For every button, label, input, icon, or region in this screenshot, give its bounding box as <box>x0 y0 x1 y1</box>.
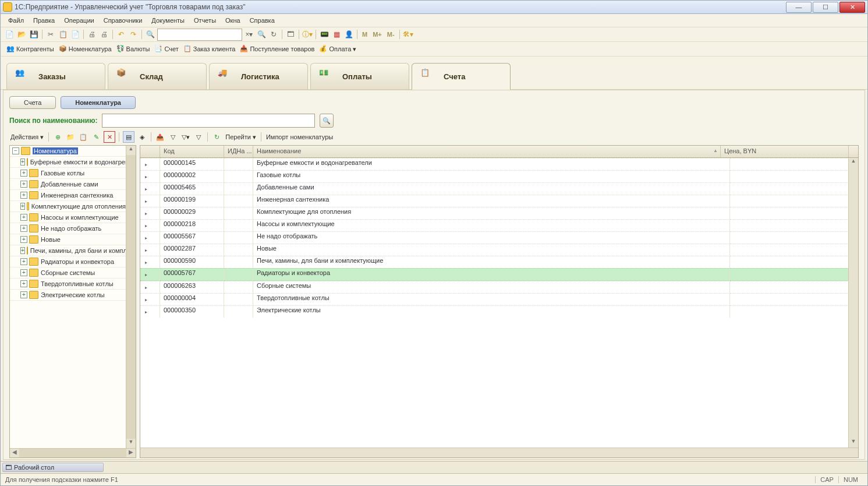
row-expand[interactable]: ▸ <box>140 256 160 268</box>
toolbar-search-input[interactable] <box>157 29 242 41</box>
save-icon[interactable]: 💾 <box>29 29 39 40</box>
th-icon[interactable] <box>140 146 160 157</box>
cut-icon[interactable]: ✂ <box>45 29 56 40</box>
tree-item[interactable]: +Сборные системы <box>10 267 126 279</box>
redo-icon[interactable]: ↷ <box>128 29 139 40</box>
expand-icon[interactable]: + <box>20 291 27 298</box>
th-price[interactable]: Цена, BYN <box>721 146 849 157</box>
tree-item[interactable]: +Добавленные сами <box>10 179 126 190</box>
add-folder-icon[interactable]: 📁 <box>65 132 76 142</box>
tree-item[interactable]: +Инженерная сантехника <box>10 190 126 201</box>
tree-item[interactable]: +Новые <box>10 234 126 245</box>
close-button[interactable]: ✕ <box>839 2 865 13</box>
mode-tree-icon[interactable]: ◈ <box>137 132 147 142</box>
section-tab-stock[interactable]: 📦 Склад <box>108 63 207 89</box>
expand-icon[interactable]: + <box>20 192 27 199</box>
quick-valuty[interactable]: 💱Валюты <box>116 45 150 53</box>
row-expand[interactable]: ▸ <box>140 244 160 256</box>
th-name[interactable]: Наименование▲ <box>253 146 721 157</box>
tree-item[interactable]: +Печи, камины, для бани и комплектующие <box>10 245 126 256</box>
search-icon[interactable]: 🔍 <box>145 29 155 40</box>
preview-icon[interactable]: 🖨 <box>99 29 109 40</box>
tree-item[interactable]: +Твердотопливные котлы <box>10 279 126 290</box>
move-icon[interactable]: 📤 <box>155 132 165 142</box>
row-expand[interactable]: ▸ <box>140 231 160 244</box>
paste-icon[interactable]: 📄 <box>70 29 80 40</box>
delete-icon[interactable]: ✕ <box>104 131 115 143</box>
edit-icon[interactable]: ✎ <box>91 132 101 142</box>
tree-list[interactable]: −Номенклатура+Буферные емкости и водонаг… <box>10 146 126 448</box>
refresh-icon[interactable]: ↻ <box>211 132 222 142</box>
section-tab-invoices[interactable]: 📋 Счета <box>412 63 511 90</box>
menu-references[interactable]: Справочники <box>100 16 147 25</box>
info-icon[interactable]: ⓘ▾ <box>302 29 313 40</box>
row-expand[interactable]: ▸ <box>140 207 160 219</box>
filter-nav-icon[interactable]: ↻ <box>268 29 279 40</box>
maximize-button[interactable]: ☐ <box>813 2 838 13</box>
calc-icon[interactable]: 📟 <box>319 29 330 40</box>
filter-clear-icon[interactable]: ▽ <box>193 132 204 142</box>
quick-oplata[interactable]: 💰Оплата ▾ <box>319 45 356 53</box>
task-desktop[interactable]: 🗔 Рабочий стол <box>2 463 104 472</box>
undo-icon[interactable]: ↶ <box>116 29 126 40</box>
section-tab-orders[interactable]: 👥 Заказы <box>6 63 105 89</box>
section-tab-logistics[interactable]: 🚚 Логистика <box>209 63 308 89</box>
menu-operations[interactable]: Операции <box>60 16 98 25</box>
section-tab-payments[interactable]: 💵 Оплаты <box>310 63 409 89</box>
copy-item-icon[interactable]: 📋 <box>78 132 88 142</box>
subtab-nomenclature[interactable]: Номенклатура <box>61 96 136 109</box>
row-expand[interactable]: ▸ <box>140 158 160 170</box>
user-icon[interactable]: 👤 <box>343 29 354 40</box>
scroll-right-icon[interactable]: ▶ <box>126 449 136 458</box>
minimize-button[interactable]: — <box>786 2 812 13</box>
tree-hscrollbar[interactable]: ◀ ▶ <box>10 448 136 458</box>
expand-icon[interactable]: + <box>20 181 27 188</box>
memory-mminus[interactable]: M- <box>385 30 396 39</box>
scroll-up-icon[interactable]: ▲ <box>126 146 136 155</box>
tree-item[interactable]: +Газовые котлы <box>10 168 126 179</box>
print-icon[interactable]: 🖨 <box>87 29 97 40</box>
row-expand[interactable]: ▸ <box>140 281 160 293</box>
row-expand[interactable]: ▸ <box>140 219 160 231</box>
tools-icon[interactable]: 🛠▾ <box>403 29 413 40</box>
filter-settings-icon[interactable]: ▽▾ <box>180 132 191 142</box>
th-code[interactable]: Код <box>160 146 224 157</box>
tree-item[interactable]: +Радиаторы и конвектора <box>10 256 126 267</box>
table-vscrollbar[interactable]: ▲ ▼ <box>848 158 858 448</box>
expand-icon[interactable]: + <box>20 203 25 210</box>
row-expand[interactable]: ▸ <box>140 293 160 305</box>
menu-edit[interactable]: Правка <box>29 16 59 25</box>
new-icon[interactable]: 📄 <box>4 29 15 40</box>
quick-schet[interactable]: 📑Счет <box>154 45 178 53</box>
tree-root[interactable]: −Номенклатура <box>10 146 126 157</box>
zoom-icon[interactable]: 🔍 <box>256 29 267 40</box>
tree-item[interactable]: +Буферные емкости и водонагреватели <box>10 157 126 168</box>
import-button[interactable]: Импорт номенклатуры <box>265 133 334 140</box>
calendar-icon[interactable]: ▦ <box>331 29 342 40</box>
menu-reports[interactable]: Отчеты <box>190 16 220 25</box>
collapse-icon[interactable]: − <box>12 147 19 154</box>
menu-file[interactable]: Файл <box>4 16 28 25</box>
memory-m[interactable]: M <box>360 30 369 39</box>
row-expand[interactable]: ▸ <box>140 268 160 281</box>
actions-menu[interactable]: Действия ▾ <box>9 133 45 141</box>
row-expand[interactable]: ▸ <box>140 305 160 318</box>
memory-mplus[interactable]: M+ <box>371 30 384 39</box>
expand-icon[interactable]: + <box>20 280 27 287</box>
tree-item[interactable]: +Насосы и комплектующие <box>10 212 126 223</box>
open-icon[interactable]: 📂 <box>16 29 27 40</box>
dropdown-icon[interactable]: ×▾ <box>244 29 254 40</box>
tree-item[interactable]: +Электрические котлы <box>10 290 126 301</box>
th-idname[interactable]: ИДНа ... <box>224 146 253 157</box>
row-expand[interactable]: ▸ <box>140 195 160 207</box>
row-expand[interactable]: ▸ <box>140 182 160 195</box>
expand-icon[interactable]: + <box>20 214 27 221</box>
menu-help[interactable]: Справка <box>246 16 279 25</box>
scroll-left-icon[interactable]: ◀ <box>10 449 19 458</box>
search-button[interactable]: 🔍 <box>320 114 334 128</box>
mode-list-icon[interactable]: ▤ <box>123 131 134 143</box>
menu-documents[interactable]: Документы <box>147 16 189 25</box>
expand-icon[interactable]: + <box>20 170 27 177</box>
table-hscrollbar[interactable] <box>140 448 858 457</box>
expand-icon[interactable]: + <box>20 269 27 276</box>
